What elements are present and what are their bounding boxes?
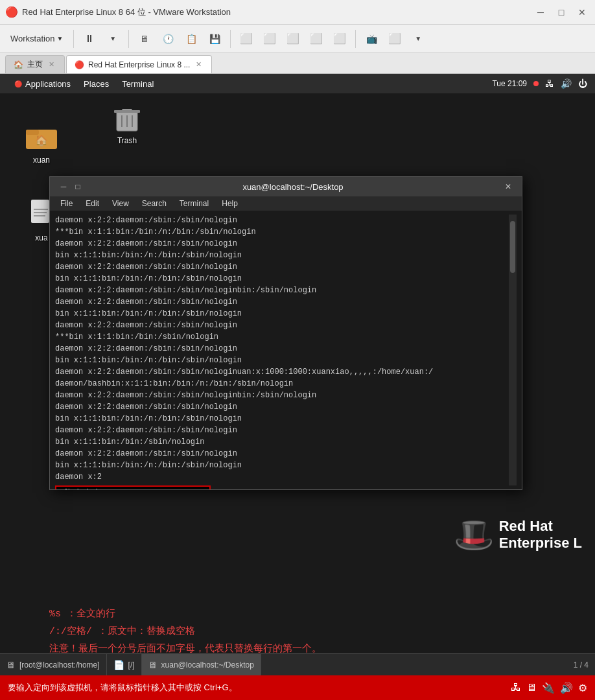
- taskbar-desktop-icon: 🖥: [148, 660, 158, 670]
- view-stretch-button[interactable]: ⬜: [329, 29, 350, 49]
- explanation-line1: %s ：全文的行: [49, 605, 321, 623]
- trash-image: [111, 102, 143, 134]
- window-title: Red Hat Enterprise Linux 8 64 位 - VMware…: [22, 6, 533, 18]
- power-button[interactable]: 🕐: [158, 29, 178, 49]
- taskbar-item-slash[interactable]: 📄 [/]: [107, 654, 142, 675]
- places-label: Places: [84, 79, 109, 89]
- snapshot-button[interactable]: 📋: [181, 29, 202, 49]
- tab-rhel[interactable]: 🔴 Red Hat Enterprise Linux 8 ... ✕: [66, 55, 212, 73]
- status-bar: 要输入定向到该虚拟机，请将鼠标指针移入其中或按 Ctrl+G。 🖧 🖥 🔌 🔊 …: [0, 675, 595, 700]
- pause-dropdown[interactable]: ▼: [102, 29, 123, 49]
- gnome-applications-menu[interactable]: 🔴 Applications: [8, 74, 77, 93]
- volume-icon: 🔊: [561, 78, 572, 89]
- network-icon: 🖧: [545, 78, 554, 89]
- explanation-line2: /:/空格/ ：原文中：替换成空格: [49, 623, 321, 640]
- terminal-line: daemon x:2:2:daemon:/sbin:/sbin/nologinb…: [55, 390, 517, 401]
- terminal-minimize[interactable]: ─: [56, 180, 71, 194]
- status-usb-icon[interactable]: 🔌: [542, 682, 555, 694]
- view-normal-button[interactable]: ⬜: [236, 29, 257, 49]
- view-unity-button[interactable]: ⬜: [283, 29, 303, 49]
- toolbar-separator: [73, 30, 74, 48]
- send-ctrl-alt-del-button[interactable]: 🖥: [134, 29, 155, 49]
- toolbar-separator-3: [230, 30, 231, 48]
- app-icon: 🔴: [5, 6, 18, 18]
- status-display-icon[interactable]: 🖥: [526, 682, 537, 694]
- workstation-menu[interactable]: Workstation ▼: [5, 31, 68, 46]
- window-controls: ─ □ ✕: [533, 5, 590, 20]
- status-message: 要输入定向到该虚拟机，请将鼠标指针移入其中或按 Ctrl+G。: [8, 682, 237, 694]
- save-state-button[interactable]: 💾: [204, 29, 225, 49]
- terminal-menu-edit[interactable]: Edit: [80, 198, 104, 209]
- terminal-menu-file[interactable]: File: [55, 198, 78, 209]
- svg-rect-11: [34, 209, 48, 210]
- gnome-places-menu[interactable]: Places: [77, 74, 115, 93]
- terminal-line: ***bin x:1:1:bin:/bin:/sbin/nologin: [55, 331, 517, 343]
- trash-icon-label: Trash: [117, 136, 137, 145]
- xuan-folder-icon[interactable]: 🏠 xuan: [18, 119, 65, 167]
- gnome-terminal-menu[interactable]: Terminal: [115, 74, 160, 93]
- svg-rect-1: [26, 130, 39, 135]
- terminal-line: bin x:1:1:bin:/bin:/n:/bin:/sbin/nologin: [55, 413, 517, 425]
- terminal-line: daemon x:2:2:daemon:/sbin:/sbin/nologinu…: [55, 366, 517, 378]
- terminal-line: daemon x:2:2:daemon:/sbin:/sbin/nologin: [55, 238, 517, 250]
- command-input-line: :%s/:/ /: [55, 485, 517, 489]
- taskbar-item-desktop[interactable]: 🖥 xuan@localhost:~/Desktop: [142, 654, 261, 675]
- folder-image: 🏠: [26, 122, 57, 153]
- taskbar-slash-label: [/]: [128, 660, 135, 670]
- toolbar: Workstation ▼ ⏸ ▼ 🖥 🕐 📋 💾 ⬜ ⬜ ⬜ ⬜ ⬜ 📺 ⬜ …: [0, 25, 595, 53]
- dropdown-arrow-icon: ▼: [56, 35, 63, 42]
- status-settings-icon[interactable]: ⚙: [578, 682, 587, 694]
- view-full-button[interactable]: ⬜: [259, 29, 280, 49]
- rhel-tab-icon: 🔴: [75, 60, 84, 69]
- terminal-line: bin x:1:1:bin:/bin:/n:/bin:/sbin/nologin: [55, 460, 517, 471]
- page-number: 1 / 4: [567, 660, 595, 670]
- desktop: 🔴 Applications Places Terminal Tue 21:09…: [0, 74, 595, 612]
- terminal-line: bin x:1:1:bin:/bin:/n:/bin:/sbin/nologin: [55, 250, 517, 261]
- pause-button[interactable]: ⏸: [79, 29, 100, 49]
- terminal-menu-terminal[interactable]: Terminal: [174, 198, 214, 209]
- power-status-icon: ⏻: [578, 78, 587, 89]
- terminal-scrollbar[interactable]: [509, 215, 517, 485]
- screen-dropdown[interactable]: ▼: [408, 29, 428, 49]
- home-icon: 🏠: [14, 60, 23, 69]
- console-button[interactable]: 📺: [361, 29, 382, 49]
- gnome-status-area: Tue 21:09 🖧 🔊 ⏻: [492, 78, 587, 89]
- minimize-button[interactable]: ─: [533, 5, 548, 20]
- terminal-close[interactable]: ✕: [501, 180, 515, 194]
- taskbar-desktop-label: xuan@localhost:~/Desktop: [161, 660, 254, 670]
- terminal-content[interactable]: daemon x:2:2:daemon:/sbin:/sbin/nologin*…: [50, 211, 522, 489]
- terminal-window: ─ □ xuan@localhost:~/Desktop ✕ File Edit…: [49, 176, 522, 490]
- tab-home-close[interactable]: ✕: [47, 60, 56, 69]
- trash-icon[interactable]: Trash: [104, 100, 150, 148]
- taskbar-root-icon: 🖥: [6, 660, 16, 670]
- tab-home[interactable]: 🏠 主页 ✕: [5, 55, 65, 73]
- terminal-output: daemon x:2:2:daemon:/sbin:/sbin/nologin*…: [55, 215, 517, 483]
- terminal-line: daemon x:2:2:daemon:/sbin:/sbin/nologin: [55, 215, 517, 226]
- vim-command-box[interactable]: :%s/:/ /: [55, 485, 211, 489]
- terminal-maximize[interactable]: □: [71, 180, 85, 194]
- view-tab-button[interactable]: ⬜: [306, 29, 327, 49]
- status-audio-icon[interactable]: 🔊: [560, 682, 573, 694]
- status-bar-icons: 🖧 🖥 🔌 🔊 ⚙: [511, 682, 587, 694]
- terminal-line: daemon x:2:2:daemon:/sbin:/sbin/nologin: [55, 401, 517, 413]
- terminal-line: bin x:1:1:bin:/bin:/n:/bin:/sbin/nologin: [55, 273, 517, 285]
- applications-label: Applications: [25, 79, 71, 89]
- terminal-menu-view[interactable]: View: [107, 198, 134, 209]
- screen-button[interactable]: ⬜: [384, 29, 405, 49]
- terminal-menu-search[interactable]: Search: [137, 198, 172, 209]
- taskbar-item-root[interactable]: 🖥 [root@localhost:/home]: [0, 654, 107, 675]
- status-network-icon[interactable]: 🖧: [511, 682, 521, 694]
- apps-dot-icon: 🔴: [14, 80, 22, 88]
- svg-rect-12: [34, 212, 47, 213]
- terminal-menubar: File Edit View Search Terminal Help: [50, 196, 522, 211]
- toolbar-separator-4: [355, 30, 356, 48]
- svg-rect-5: [114, 110, 140, 113]
- clock: Tue 21:09: [492, 79, 527, 88]
- svg-rect-13: [34, 215, 45, 216]
- terminal-line: daemon x:2:2:daemon:/sbin:/sbin/nologin: [55, 343, 517, 355]
- close-button[interactable]: ✕: [574, 5, 590, 20]
- maximize-button[interactable]: □: [554, 5, 569, 20]
- tab-rhel-close[interactable]: ✕: [194, 60, 204, 69]
- terminal-menu-help[interactable]: Help: [216, 198, 243, 209]
- taskbar: 🖥 [root@localhost:/home] 📄 [/] 🖥 xuan@lo…: [0, 653, 595, 675]
